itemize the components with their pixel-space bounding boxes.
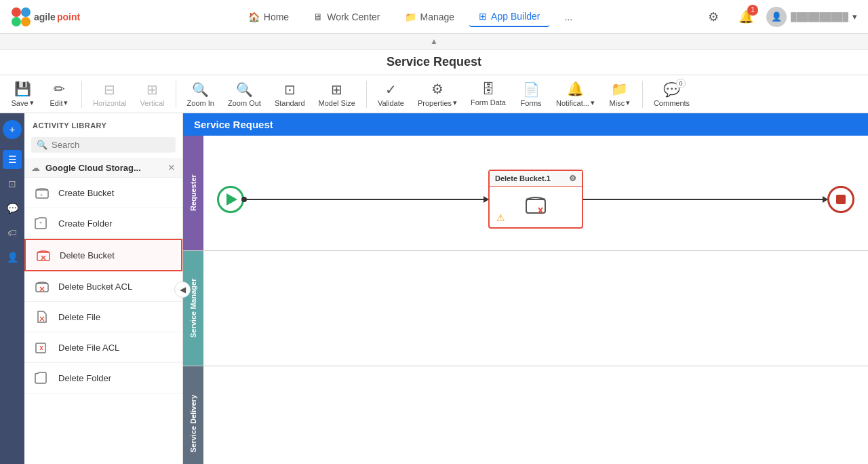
svg-point-0 <box>12 7 21 17</box>
comments-button[interactable]: 💬 0 Comments <box>648 79 695 110</box>
end-inner <box>836 195 846 204</box>
activity-list: + Create Bucket + Create Folder Delete B… <box>24 178 182 464</box>
workflow-node-delete-bucket[interactable]: Delete Bucket.1 ⚙ <box>488 170 583 229</box>
model-size-button[interactable]: ⊞ Model Size <box>313 79 361 110</box>
form-data-label: Form Data <box>471 98 506 107</box>
horizontal-icon: ⊟ <box>104 81 115 98</box>
swim-lane-requester-label: Requester <box>183 136 203 250</box>
swim-lane-requester-content: Delete Bucket.1 ⚙ <box>203 136 868 250</box>
delete-bucket-acl-icon <box>33 277 52 296</box>
notifications-label: Notificat... ▾ <box>556 98 595 107</box>
activity-item-delete-file[interactable]: Delete File <box>24 302 182 332</box>
nav-home[interactable]: 🏠 Home <box>239 7 298 26</box>
search-input[interactable] <box>52 140 170 150</box>
user-icon: 👤 <box>771 12 782 22</box>
swim-lane-service-delivery-content <box>203 366 868 464</box>
refresh-button[interactable]: ⚙ <box>701 5 726 29</box>
canvas-area[interactable]: Service Request Requester <box>183 113 868 464</box>
properties-button[interactable]: ⚙ Properties ▾ <box>412 78 462 110</box>
sidebar-icon-strip: + ☰ ⊡ 💬 🏷 👤 <box>0 113 24 464</box>
sidebar-icon-user[interactable]: 👤 <box>3 248 22 267</box>
vertical-label: Vertical <box>140 99 165 107</box>
edit-button[interactable]: ✏ Edit ▾ <box>42 78 76 110</box>
create-folder-label: Create Folder <box>58 218 112 229</box>
model-size-icon: ⊞ <box>331 81 342 98</box>
category-row[interactable]: ☁ Google Cloud Storag... ✕ <box>24 158 182 178</box>
toolbar-sep-2 <box>176 81 176 108</box>
nav-appbuilder-label: App Builder <box>491 11 540 22</box>
forms-button[interactable]: 📄 Forms <box>514 79 548 110</box>
notifications-toolbar-button[interactable]: 🔔 Notificat... ▾ <box>551 78 600 110</box>
activity-item-delete-folder[interactable]: Delete Folder <box>24 363 182 393</box>
category-icon: ☁ <box>31 163 40 173</box>
standard-label: Standard <box>275 99 305 107</box>
misc-button[interactable]: 📁 Misc ▾ <box>603 78 637 110</box>
sidebar-collapse-button[interactable]: ◀ <box>174 282 191 298</box>
user-menu[interactable]: 👤 ██████████ ▾ <box>766 7 857 27</box>
canvas-inner: Service Request Requester <box>183 113 868 464</box>
username-label: ██████████ <box>791 12 848 22</box>
toolbar: 💾 Save ▾ ✏ Edit ▾ ⊟ Horizontal ⊞ Vertica… <box>0 75 868 113</box>
svg-rect-9 <box>37 252 50 260</box>
logo-svg: agile point <box>11 7 92 27</box>
horizontal-button[interactable]: ⊟ Horizontal <box>87 79 132 110</box>
page-title: Service Request <box>0 50 868 75</box>
nav-more-label: ... <box>564 12 572 22</box>
sidebar-icon-diagram[interactable]: ⊡ <box>3 174 22 193</box>
form-data-button[interactable]: 🗄 Form Data <box>465 79 511 109</box>
delete-file-icon <box>33 307 52 326</box>
save-icon: 💾 <box>14 81 31 97</box>
sidebar-icon-list[interactable]: ☰ <box>3 150 22 169</box>
node-gear-icon[interactable]: ⚙ <box>569 174 576 183</box>
category-name: Google Cloud Storag... <box>45 163 167 173</box>
vertical-icon: ⊞ <box>146 81 158 98</box>
search-icon: 🔍 <box>37 140 47 150</box>
swim-lane-service-manager-content <box>203 251 868 366</box>
delete-file-acl-icon <box>33 338 52 357</box>
svg-point-3 <box>21 17 31 26</box>
activity-item-create-folder[interactable]: + Create Folder <box>24 208 182 239</box>
nav-manage[interactable]: 📁 Manage <box>395 7 465 26</box>
save-button[interactable]: 💾 Save ▾ <box>5 78 39 110</box>
activity-item-delete-bucket[interactable]: Delete Bucket <box>24 239 182 271</box>
vertical-button[interactable]: ⊞ Vertical <box>135 79 170 110</box>
collapse-bar[interactable]: ▲ <box>0 34 868 50</box>
activity-item-delete-file-acl[interactable]: Delete File ACL <box>24 332 182 363</box>
create-bucket-label: Create Bucket <box>58 188 114 198</box>
nav-manage-label: Manage <box>420 12 455 22</box>
notifications-button[interactable]: 🔔 1 <box>734 5 758 29</box>
edit-label: Edit ▾ <box>50 98 68 107</box>
sidebar-icon-chat[interactable]: 💬 <box>3 199 22 218</box>
nav-home-label: Home <box>264 12 289 22</box>
arrow-line-1 <box>244 199 488 200</box>
create-folder-icon: + <box>33 214 52 233</box>
logo: agile point <box>11 7 92 27</box>
forms-icon: 📄 <box>523 81 540 98</box>
standard-icon: ⊡ <box>284 81 296 98</box>
comments-count: 0 <box>676 79 686 88</box>
search-box: 🔍 <box>31 137 176 153</box>
chevron-down-icon: ▾ <box>852 12 857 22</box>
nav-appbuilder[interactable]: ⊞ App Builder <box>469 7 549 27</box>
category-close-button[interactable]: ✕ <box>167 162 176 173</box>
validate-button[interactable]: ✓ Validate <box>372 79 410 110</box>
svg-text:+: + <box>39 220 43 226</box>
zoom-in-button[interactable]: 🔍 Zoom In <box>182 79 220 110</box>
standard-button[interactable]: ⊡ Standard <box>269 79 311 110</box>
grid-icon: ⊞ <box>479 11 487 22</box>
misc-label: Misc ▾ <box>610 98 631 107</box>
start-node[interactable] <box>217 186 244 213</box>
svg-point-1 <box>21 7 31 17</box>
sidebar-icon-add[interactable]: + <box>3 120 22 139</box>
nav-workcenter[interactable]: 🖥 Work Center <box>304 7 389 26</box>
node-bucket-icon <box>522 193 549 222</box>
zoom-out-button[interactable]: 🔍 Zoom Out <box>222 79 267 110</box>
activity-item-create-bucket[interactable]: + Create Bucket <box>24 178 182 208</box>
zoom-in-label: Zoom In <box>187 99 214 107</box>
main-layout: + ☰ ⊡ 💬 🏷 👤 ACTIVITY LIBRARY 🔍 ☁ Google … <box>0 113 868 464</box>
swim-lane-service-delivery-label: Service Delivery <box>183 366 203 464</box>
sidebar-icon-tag[interactable]: 🏷 <box>3 223 22 242</box>
activity-item-delete-bucket-acl[interactable]: Delete Bucket ACL <box>24 271 182 302</box>
nav-more[interactable]: ... <box>555 7 582 26</box>
end-node[interactable] <box>827 186 854 213</box>
